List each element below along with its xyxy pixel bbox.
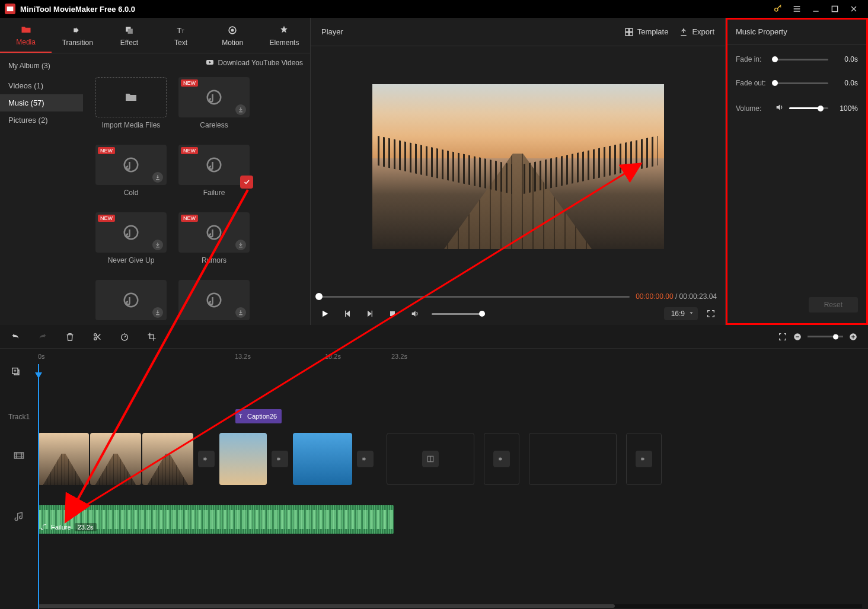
download-youtube-link[interactable]: Download YouTube Videos (218, 59, 303, 67)
tab-effect[interactable]: Effect (103, 18, 155, 53)
close-button[interactable] (844, 0, 863, 18)
svg-point-16 (208, 294, 221, 307)
media-item[interactable]: NEW Never Give Up (92, 212, 170, 278)
tab-transition[interactable]: Transition (52, 18, 103, 53)
album-item-music[interactable]: Music (57) (0, 94, 83, 111)
download-icon[interactable] (152, 240, 163, 250)
download-icon[interactable] (152, 307, 163, 318)
fade-in-value: 0.0s (833, 55, 858, 63)
media-item[interactable]: NEW Cold (92, 145, 170, 210)
album-item-videos[interactable]: Videos (1) (0, 77, 83, 94)
video-clip[interactable] (293, 433, 352, 485)
media-label: Careless (200, 121, 228, 129)
aspect-select[interactable]: 16:9 (664, 307, 698, 320)
transition-slot[interactable] (357, 451, 374, 467)
seek-slider[interactable] (319, 296, 630, 298)
album-item-pictures[interactable]: Pictures (2) (0, 111, 83, 129)
download-icon[interactable] (235, 307, 246, 318)
svg-point-19 (94, 337, 97, 340)
check-icon[interactable] (240, 176, 253, 189)
music-clip[interactable]: Failure 23.2s (38, 505, 394, 534)
delete-button[interactable] (65, 332, 75, 342)
video-clip[interactable] (142, 433, 193, 485)
redo-button[interactable] (38, 332, 47, 342)
svg-rect-17 (390, 311, 395, 316)
fit-button[interactable] (778, 332, 787, 342)
download-icon[interactable] (235, 240, 246, 250)
chevron-down-icon (688, 310, 694, 318)
template-label: Template (637, 27, 669, 36)
crop-button[interactable] (147, 332, 157, 342)
media-item[interactable] (92, 280, 170, 325)
add-media-icon[interactable] (422, 451, 439, 467)
svg-rect-2 (832, 6, 837, 11)
tab-text[interactable]: TT Text (155, 18, 207, 53)
ruler-mark: 23.2s (391, 353, 407, 360)
empty-clip-slot[interactable] (387, 433, 474, 485)
media-label: Never Give Up (108, 256, 155, 264)
prev-frame-button[interactable] (342, 308, 353, 320)
svg-point-1 (775, 8, 778, 11)
add-media-track-button[interactable] (11, 366, 20, 378)
svg-rect-25 (853, 335, 853, 339)
tab-label: Transition (62, 39, 93, 47)
transition-slot[interactable] (272, 451, 288, 467)
volume-slider[interactable] (789, 107, 828, 109)
video-clip[interactable] (38, 433, 89, 485)
empty-clip-slot[interactable] (484, 433, 519, 485)
key-icon[interactable] (768, 0, 787, 18)
video-clip[interactable] (219, 433, 267, 485)
next-frame-button[interactable] (364, 308, 376, 320)
player-volume-slider[interactable] (432, 313, 485, 315)
volume-icon[interactable] (409, 308, 421, 320)
empty-clip-slot[interactable] (529, 433, 617, 485)
fade-out-slider[interactable] (775, 82, 828, 84)
video-clip[interactable] (90, 433, 141, 485)
media-item-selected[interactable]: NEW Failure (175, 145, 253, 210)
media-label: Failure (203, 189, 225, 197)
zoom-in-button[interactable] (849, 333, 857, 341)
export-button[interactable]: Export (679, 27, 714, 37)
svg-text:T: T (181, 28, 184, 34)
export-label: Export (692, 27, 714, 36)
media-item[interactable] (175, 280, 253, 325)
zoom-slider[interactable] (808, 336, 843, 337)
download-icon[interactable] (152, 172, 163, 183)
transition-slot[interactable] (198, 451, 215, 467)
album-header: My Album (3) (0, 59, 83, 72)
speed-button[interactable] (120, 332, 129, 342)
svg-point-12 (208, 158, 221, 172)
tab-media[interactable]: Media (0, 18, 52, 53)
download-icon[interactable] (235, 104, 246, 115)
undo-button[interactable] (11, 332, 20, 342)
svg-rect-4 (127, 28, 132, 33)
volume-icon (775, 103, 784, 114)
fade-in-slider[interactable] (775, 59, 828, 60)
fullscreen-button[interactable] (705, 308, 717, 320)
empty-clip-slot[interactable] (626, 433, 662, 485)
minimize-button[interactable] (806, 0, 825, 18)
media-item[interactable]: NEW Rumors (175, 212, 253, 278)
app-logo (5, 4, 15, 14)
zoom-out-button[interactable] (793, 333, 802, 341)
media-item[interactable]: NEW Careless (175, 77, 253, 142)
svg-rect-22 (796, 336, 799, 337)
caption-clip[interactable]: T Caption26 (235, 409, 282, 423)
timeline-ruler[interactable]: 0s 13.2s 18.2s 23.2s (0, 349, 868, 364)
tab-motion[interactable]: Motion (207, 18, 259, 53)
template-button[interactable]: Template (624, 27, 669, 37)
svg-rect-0 (7, 7, 14, 11)
play-button[interactable] (319, 308, 331, 320)
ruler-mark: 18.2s (325, 353, 341, 360)
stop-button[interactable] (387, 308, 398, 320)
playhead[interactable] (38, 364, 39, 609)
hamburger-icon[interactable] (787, 0, 806, 18)
split-button[interactable] (92, 332, 102, 342)
reset-button[interactable]: Reset (809, 297, 858, 313)
tab-elements[interactable]: Elements (259, 18, 310, 53)
import-label: Import Media Files (102, 121, 161, 129)
import-media-cell[interactable]: Import Media Files (92, 77, 170, 142)
maximize-button[interactable] (825, 0, 844, 18)
player-title: Player (321, 27, 614, 36)
timeline-scrollbar[interactable] (38, 604, 862, 608)
